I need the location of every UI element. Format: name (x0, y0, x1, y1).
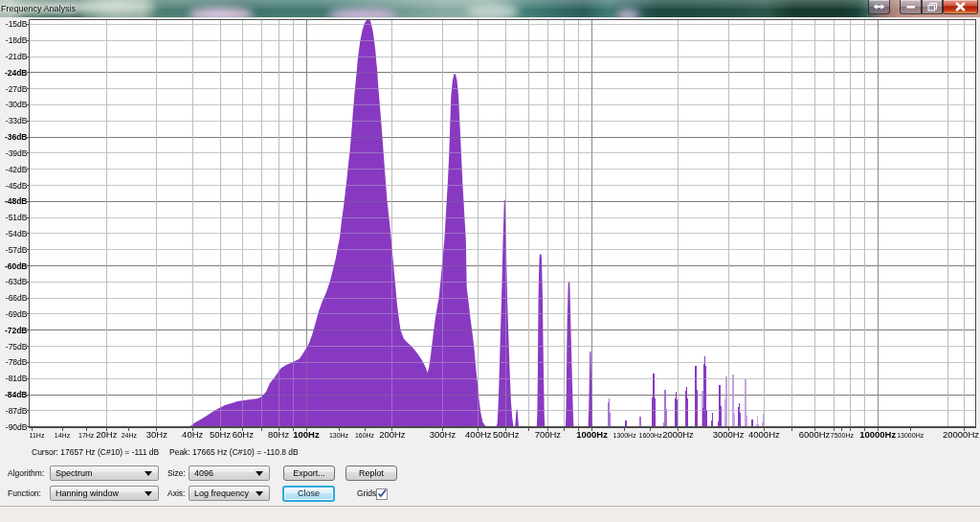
svg-text:-78dB: -78dB (6, 357, 28, 367)
svg-text:80Hz: 80Hz (268, 429, 289, 440)
svg-text:1000Hz: 1000Hz (576, 429, 608, 440)
svg-text:-87dB: -87dB (6, 406, 28, 416)
svg-text:-75dB: -75dB (6, 342, 28, 352)
svg-text:-84dB: -84dB (5, 390, 28, 399)
svg-text:20000Hz: 20000Hz (943, 429, 979, 440)
svg-text:10000Hz: 10000Hz (859, 429, 896, 440)
svg-text:200Hz: 200Hz (379, 429, 406, 440)
svg-text:-90dB: -90dB (6, 422, 28, 432)
svg-text:-60dB: -60dB (5, 261, 28, 271)
svg-text:-39dB: -39dB (6, 148, 28, 158)
svg-text:-18dB: -18dB (6, 35, 28, 45)
svg-text:3000Hz: 3000Hz (713, 429, 745, 440)
svg-text:-15dB: -15dB (6, 19, 28, 29)
svg-text:2000Hz: 2000Hz (662, 429, 694, 440)
svg-text:30Hz: 30Hz (146, 429, 167, 440)
svg-text:6000Hz: 6000Hz (799, 429, 831, 440)
svg-text:13000Hz: 13000Hz (897, 432, 924, 439)
svg-text:1600Hz: 1600Hz (639, 432, 663, 439)
svg-text:17Hz: 17Hz (78, 432, 95, 439)
svg-text:24Hz: 24Hz (122, 432, 138, 439)
svg-text:-36dB: -36dB (5, 132, 28, 142)
svg-text:300Hz: 300Hz (430, 429, 457, 440)
svg-text:-66dB: -66dB (6, 293, 28, 303)
svg-text:11Hz: 11Hz (30, 432, 45, 439)
svg-text:-45dB: -45dB (6, 181, 28, 191)
svg-text:4000Hz: 4000Hz (748, 429, 780, 440)
svg-text:160Hz: 160Hz (355, 432, 375, 439)
svg-text:-30dB: -30dB (6, 100, 28, 109)
svg-text:20Hz: 20Hz (96, 429, 117, 440)
svg-text:-24dB: -24dB (5, 68, 28, 78)
svg-text:-33dB: -33dB (6, 116, 28, 125)
svg-text:-57dB: -57dB (6, 245, 28, 255)
svg-text:50Hz: 50Hz (210, 429, 231, 440)
svg-text:-63dB: -63dB (6, 277, 28, 286)
svg-text:-27dB: -27dB (6, 84, 28, 94)
svg-text:-72dB: -72dB (5, 326, 28, 335)
svg-text:700Hz: 700Hz (535, 429, 562, 440)
svg-text:7500Hz: 7500Hz (831, 432, 855, 439)
svg-text:1300Hz: 1300Hz (613, 432, 637, 439)
svg-text:400Hz: 400Hz (465, 429, 492, 440)
svg-text:40Hz: 40Hz (182, 429, 203, 440)
svg-text:130Hz: 130Hz (329, 432, 349, 439)
svg-text:-48dB: -48dB (5, 196, 28, 206)
svg-text:-21dB: -21dB (6, 52, 28, 61)
svg-text:-42dB: -42dB (6, 165, 28, 174)
svg-text:500Hz: 500Hz (493, 429, 520, 440)
svg-text:100Hz: 100Hz (293, 429, 320, 440)
svg-text:-54dB: -54dB (6, 229, 28, 238)
svg-text:-51dB: -51dB (6, 213, 28, 222)
svg-text:-81dB: -81dB (6, 374, 28, 383)
svg-text:14Hz: 14Hz (55, 432, 71, 439)
svg-text:60Hz: 60Hz (233, 429, 254, 440)
svg-text:-69dB: -69dB (6, 309, 28, 319)
